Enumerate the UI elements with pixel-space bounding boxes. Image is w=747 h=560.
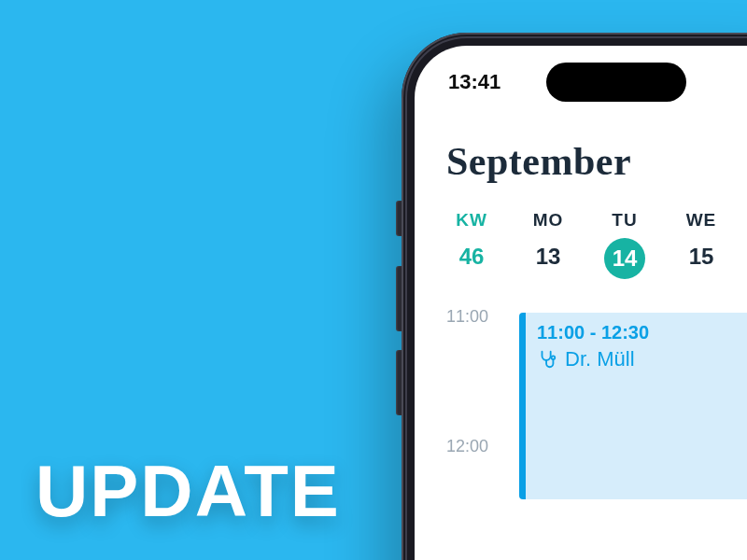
status-time: 13:41 [448, 70, 500, 94]
phone-screen: 13:41 September KW 46 MO 13 TU 14 WE [415, 46, 747, 560]
day-number: 15 [689, 244, 714, 270]
day-column-we[interactable]: WE 15 [676, 210, 726, 270]
timeline: 11:00 11:00 - 12:30 Dr. Müll 12:00 [446, 307, 747, 456]
dynamic-island [546, 63, 686, 102]
day-label: TU [612, 210, 637, 231]
svg-point-0 [552, 356, 556, 359]
event-title: Dr. Müll [565, 347, 635, 371]
week-header-label: KW [456, 210, 487, 231]
weekday-row: KW 46 MO 13 TU 14 WE 15 [446, 210, 747, 279]
phone-side-button [396, 201, 402, 236]
day-label: WE [686, 210, 717, 231]
phone-frame: 13:41 September KW 46 MO 13 TU 14 WE [402, 33, 747, 560]
day-label: MO [533, 210, 564, 231]
day-column-tu[interactable]: TU 14 [599, 210, 650, 279]
update-heading: UPDATE [35, 449, 341, 534]
stethoscope-icon [537, 349, 557, 370]
event-time-range: 11:00 - 12:30 [537, 322, 747, 343]
calendar-event[interactable]: 11:00 - 12:30 Dr. Müll [519, 313, 747, 499]
day-number-selected: 14 [604, 238, 645, 279]
phone-volume-down-button [396, 350, 402, 415]
week-number-column: KW 46 [446, 210, 497, 270]
calendar-view: September KW 46 MO 13 TU 14 WE 15 [446, 139, 747, 456]
day-number: 13 [536, 244, 561, 270]
phone-volume-up-button [396, 266, 402, 331]
day-column-mo[interactable]: MO 13 [523, 210, 573, 270]
month-title: September [446, 139, 747, 184]
week-number: 46 [459, 244, 485, 270]
event-title-row: Dr. Müll [537, 347, 747, 371]
